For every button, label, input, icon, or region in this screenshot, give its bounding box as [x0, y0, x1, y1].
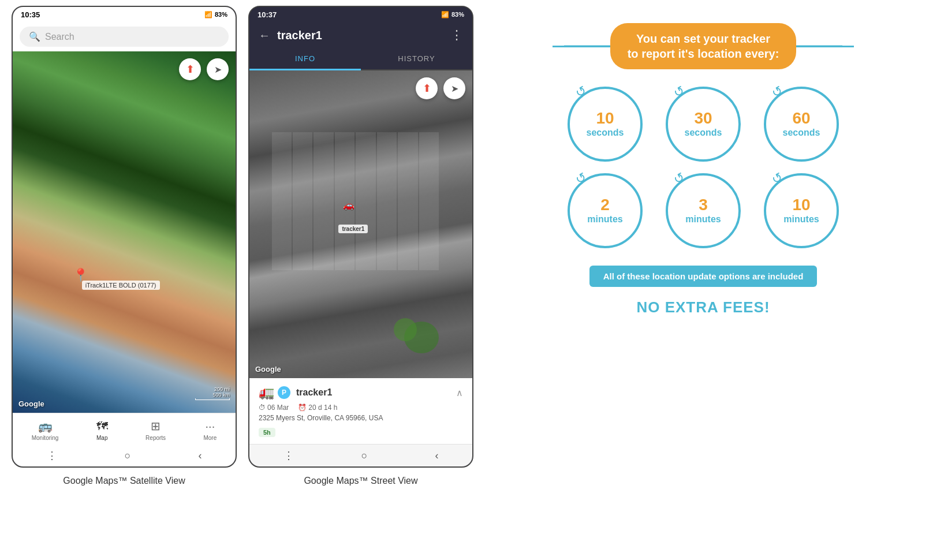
circle-5-container: ↺ 3 minutes: [663, 173, 744, 248]
circle-4-number: 2: [600, 197, 610, 213]
circle-2-unit: seconds: [685, 128, 722, 138]
map-icon: 🗺: [96, 420, 108, 433]
search-bar[interactable]: 🔍 Search: [20, 27, 229, 47]
clock-icon: ⏱: [259, 404, 266, 412]
circle-arrow-4: ↺: [573, 169, 589, 188]
compass-button[interactable]: ⬆: [179, 58, 201, 80]
sys-menu-icon-2[interactable]: ⋮: [283, 449, 294, 462]
nav-map[interactable]: 🗺 Map: [91, 419, 114, 442]
chevron-up-icon: ∧: [456, 387, 463, 398]
phone2-screen: 10:37 📶 83% ← tracker1 ⋮ INFO HISTORY: [248, 6, 473, 468]
circle-4-container: ↺ 2 minutes: [565, 173, 645, 248]
tracker-label: iTrack1LTE BOLD (0177): [82, 281, 160, 290]
truck-icon: 🚛: [259, 385, 274, 400]
circle-3-unit: seconds: [783, 128, 820, 138]
search-placeholder: Search: [45, 32, 74, 42]
circle-arrow-1: ↺: [573, 83, 589, 101]
more-button[interactable]: ⋮: [450, 28, 463, 43]
circle-1-unit: seconds: [587, 128, 624, 138]
circle-2-number: 30: [694, 110, 712, 126]
phone1-screen: 10:35 📶 83% 🔍 Search ⬆: [12, 6, 237, 468]
scale-bar: 200 mi 500 km: [195, 386, 230, 400]
compass-icon-2: ⬆: [423, 82, 431, 95]
system-nav-1: ⋮ ○ ‹: [13, 445, 236, 466]
circle-1-container: ↺ 10 seconds: [565, 87, 645, 162]
circle-5-unit: minutes: [685, 214, 721, 225]
circle-3-minutes: ↺ 3 minutes: [666, 173, 741, 248]
phone2-time: 10:37: [257, 10, 277, 19]
wifi-icon-2: 📶: [441, 11, 449, 18]
tracker-name: tracker1: [296, 387, 332, 398]
notice-banner: All of these location update options are…: [589, 266, 818, 287]
nav-reports[interactable]: ⊞ Reports: [140, 418, 171, 442]
circle-2-minutes: ↺ 2 minutes: [568, 173, 643, 248]
search-icon: 🔍: [29, 31, 40, 42]
sys-back-icon[interactable]: ‹: [198, 450, 201, 462]
more-icon: ···: [206, 420, 215, 433]
circle-6-container: ↺ 10 minutes: [761, 173, 842, 248]
search-bar-container: 🔍 Search: [13, 22, 236, 51]
nav-monitoring[interactable]: 🚌 Monitoring: [26, 418, 65, 442]
scale-line: [195, 398, 230, 400]
back-button[interactable]: ←: [259, 29, 270, 42]
circle-arrow-2: ↺: [671, 83, 688, 101]
circle-arrow-5: ↺: [671, 169, 688, 188]
app-title: tracker1: [277, 29, 443, 42]
tracker-icons: 🚛 P: [259, 385, 290, 400]
monitoring-icon: 🚌: [38, 419, 53, 433]
wifi-icon: 📶: [204, 11, 212, 18]
location-icon: ➤: [214, 64, 222, 75]
location-button-2[interactable]: ➤: [443, 77, 465, 99]
circle-1-number: 10: [596, 110, 614, 126]
circle-3-container: ↺ 60 seconds: [761, 87, 842, 162]
compass-icon: ⬆: [186, 63, 195, 76]
sys-menu-icon[interactable]: ⋮: [47, 449, 57, 462]
tab-info[interactable]: INFO: [249, 48, 361, 70]
location-button[interactable]: ➤: [207, 58, 229, 80]
nav-map-label: Map: [96, 435, 107, 441]
time-icon: ⏰: [298, 404, 307, 412]
phone2-map[interactable]: 🚗 tracker1 ⬆ ➤ Google: [249, 70, 472, 378]
tab-history[interactable]: HISTORY: [361, 48, 472, 69]
google-watermark-1: Google: [18, 400, 44, 408]
phone1-caption: Google Maps™ Satellite View: [63, 476, 185, 486]
sys-home-icon-2[interactable]: ○: [361, 450, 368, 462]
phone1-map[interactable]: ⬆ ➤ 📍 iTrack1LTE BOLD (0177) Google 200 …: [13, 51, 236, 413]
circle-4-unit: minutes: [587, 214, 622, 225]
info-banner: You can set your trackerto report it's l…: [610, 23, 797, 69]
google-watermark-2: Google: [255, 365, 281, 374]
nav-reports-label: Reports: [145, 435, 166, 441]
sys-home-icon[interactable]: ○: [125, 450, 131, 462]
app-tabs: INFO HISTORY: [249, 48, 472, 70]
scale-km: 500 km: [212, 392, 230, 398]
satellite-map-bg: ⬆ ➤ 📍 iTrack1LTE BOLD (0177) Google 200 …: [13, 51, 236, 413]
reports-icon: ⊞: [151, 419, 161, 433]
circle-2-container: ↺ 30 seconds: [663, 87, 744, 162]
tracker-info-panel: 🚛 P tracker1 ∧ ⏱ 06 Mar ⏰ 20 d 14 h: [249, 378, 472, 444]
tree-patch-2: [394, 318, 417, 341]
phone1-time: 10:35: [21, 10, 40, 19]
tracker-name-row: 🚛 P tracker1: [259, 385, 332, 400]
bottom-nav-1: 🚌 Monitoring 🗺 Map ⊞ Reports ··· More: [13, 413, 236, 445]
circle-arrow-3: ↺: [769, 83, 786, 101]
nav-more[interactable]: ··· More: [197, 419, 222, 442]
system-nav-2: ⋮ ○ ‹: [249, 444, 472, 466]
circle-30-seconds: ↺ 30 seconds: [666, 87, 741, 162]
circle-3-number: 60: [792, 110, 810, 126]
banner-text: You can set your trackerto report it's l…: [628, 31, 779, 61]
street-map-pin[interactable]: 🚗: [343, 200, 354, 211]
notice-banner-text: All of these location update options are…: [603, 271, 804, 281]
circle-arrow-6: ↺: [769, 169, 786, 188]
no-fees-text: NO EXTRA FEES!: [636, 298, 770, 316]
sys-back-icon-2[interactable]: ‹: [435, 450, 438, 462]
battery-icon-2: 83%: [451, 11, 464, 18]
phone1-status-icons: 📶 83%: [204, 11, 227, 18]
tracker-header: 🚛 P tracker1 ∧: [259, 385, 463, 400]
time-badge: 5h: [259, 428, 275, 437]
compass-button-2[interactable]: ⬆: [416, 77, 438, 99]
circle-6-unit: minutes: [783, 214, 819, 225]
scale-mi: 200 mi: [214, 386, 230, 392]
phone2-status-bar: 10:37 📶 83%: [249, 7, 472, 22]
battery-icon: 83%: [215, 11, 227, 18]
tracker-address: 2325 Myers St, Oroville, CA 95966, USA: [259, 414, 463, 422]
